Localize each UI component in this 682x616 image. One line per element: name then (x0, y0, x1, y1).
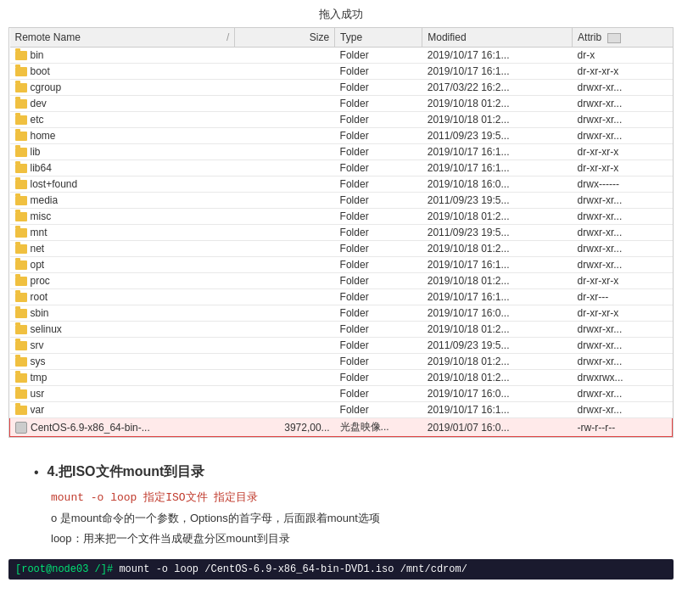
table-row[interactable]: procFolder2019/10/18 01:2...dr-xr-xr-x (10, 273, 673, 289)
row-type: Folder (335, 402, 422, 418)
folder-icon (15, 406, 27, 415)
row-size (235, 64, 335, 80)
row-type: Folder (335, 96, 422, 112)
row-name: usr (31, 388, 45, 400)
table-row[interactable]: devFolder2019/10/18 01:2...drwxr-xr... (10, 96, 673, 112)
row-name: net (31, 243, 45, 255)
column-header-name[interactable]: Remote Name / (10, 28, 235, 48)
scroll-icon (607, 33, 621, 43)
row-type: Folder (335, 273, 422, 289)
column-header-size[interactable]: Size (235, 28, 335, 48)
table-row[interactable]: mediaFolder2011/09/23 19:5...drwxr-xr... (10, 193, 673, 209)
row-type: Folder (335, 144, 422, 160)
row-attrib: drwxr-xr... (573, 241, 673, 257)
row-name: mnt (31, 227, 48, 238)
folder-icon (15, 325, 27, 334)
table-row[interactable]: homeFolder2011/09/23 19:5...drwxr-xr... (10, 128, 673, 144)
table-row[interactable]: rootFolder2019/10/17 16:1...dr-xr--- (10, 289, 673, 305)
row-type: Folder (335, 160, 422, 176)
table-row[interactable]: selinuxFolder2019/10/18 01:2...drwxr-xr.… (10, 322, 673, 338)
table-row[interactable]: netFolder2019/10/18 01:2...drwxr-xr... (10, 241, 673, 257)
row-modified: 2019/10/17 16:1... (422, 48, 573, 64)
file-table: Remote Name / Size Type Modified Attrib … (9, 28, 673, 437)
row-attrib: drwxr-xr... (573, 386, 673, 402)
row-name: home (31, 130, 56, 142)
row-size (235, 354, 335, 370)
row-type: Folder (335, 257, 422, 273)
row-type: 光盘映像... (335, 418, 422, 437)
row-attrib: drwxr-xr... (573, 112, 673, 128)
folder-icon (15, 115, 27, 125)
table-row[interactable]: lib64Folder2019/10/17 16:1...dr-xr-xr-x (10, 160, 673, 176)
row-size (235, 386, 335, 402)
row-name: var (31, 404, 45, 416)
folder-icon (15, 309, 27, 318)
table-row[interactable]: varFolder2019/10/17 16:1...drwxr-xr... (10, 402, 673, 418)
table-row[interactable]: bootFolder2019/10/17 16:1...dr-xr-xr-x (10, 64, 673, 80)
row-name: etc (31, 114, 44, 126)
row-name: lib64 (31, 162, 52, 174)
table-row[interactable]: sysFolder2019/10/18 01:2...drwxr-xr... (10, 354, 673, 370)
table-row[interactable]: srvFolder2011/09/23 19:5...drwxr-xr... (10, 338, 673, 354)
row-modified: 2019/10/18 01:2... (422, 209, 573, 225)
row-modified: 2019/10/17 16:1... (422, 289, 573, 305)
file-table-container: Remote Name / Size Type Modified Attrib … (8, 27, 674, 438)
table-row[interactable]: mntFolder2011/09/23 19:5...drwxr-xr... (10, 225, 673, 241)
row-attrib: dr-x (573, 48, 673, 64)
table-row[interactable]: miscFolder2019/10/18 01:2...drwxr-xr... (10, 209, 673, 225)
row-size (235, 322, 335, 338)
row-size (235, 225, 335, 241)
row-size (235, 176, 335, 193)
row-name: selinux (31, 323, 62, 335)
row-size (235, 370, 335, 386)
iso-icon (15, 422, 27, 434)
mount-code-line: mount -o loop 指定ISO文件 指定目录 (51, 490, 648, 505)
table-row[interactable]: tmpFolder2019/10/18 01:2...drwxrwx... (10, 370, 673, 386)
row-name: sys (31, 356, 46, 367)
row-type: Folder (335, 338, 422, 354)
row-type: Folder (335, 241, 422, 257)
folder-icon (15, 357, 27, 367)
row-size (235, 128, 335, 144)
table-row[interactable]: cgroupFolder2017/03/22 16:2...drwxr-xr..… (10, 80, 673, 96)
row-modified: 2019/10/17 16:1... (422, 257, 573, 273)
table-row[interactable]: lost+foundFolder2019/10/18 16:0...drwx--… (10, 176, 673, 193)
column-header-attrib[interactable]: Attrib (573, 28, 673, 48)
row-size (235, 305, 335, 322)
table-row-highlighted[interactable]: CentOS-6.9-x86_64-bin-...3972,00...光盘映像.… (10, 418, 673, 437)
bottom-section: • 4.把ISO文件mount到目录 mount -o loop 指定ISO文件… (0, 438, 682, 559)
row-attrib: dr-xr-xr-x (573, 160, 673, 176)
table-row[interactable]: optFolder2019/10/17 16:1...drwxr-xr... (10, 257, 673, 273)
row-type: Folder (335, 48, 422, 64)
folder-icon (15, 164, 27, 173)
folder-icon (15, 196, 27, 205)
table-row[interactable]: libFolder2019/10/17 16:1...dr-xr-xr-x (10, 144, 673, 160)
row-attrib: drwxr-xr... (573, 402, 673, 418)
row-type: Folder (335, 176, 422, 193)
table-row[interactable]: usrFolder2019/10/17 16:0...drwxr-xr... (10, 386, 673, 402)
bullet-icon: • (34, 465, 39, 480)
folder-icon (15, 228, 27, 238)
row-size (235, 193, 335, 209)
table-row[interactable]: binFolder2019/10/17 16:1...dr-x (10, 48, 673, 64)
row-modified: 2011/09/23 19:5... (422, 193, 573, 209)
folder-icon (15, 99, 27, 109)
table-row[interactable]: sbinFolder2019/10/17 16:0...dr-xr-xr-x (10, 305, 673, 322)
row-size (235, 112, 335, 128)
row-modified: 2019/10/18 01:2... (422, 241, 573, 257)
drag-success-message: 拖入成功 (0, 0, 682, 27)
row-type: Folder (335, 225, 422, 241)
row-size (235, 209, 335, 225)
terminal-prompt: [root@node03 /]# (15, 563, 113, 575)
folder-icon (15, 260, 27, 270)
row-modified: 2011/09/23 19:5... (422, 225, 573, 241)
table-row[interactable]: etcFolder2019/10/18 01:2...drwxr-xr... (10, 112, 673, 128)
row-size (235, 160, 335, 176)
row-attrib: drwxr-xr... (573, 257, 673, 273)
table-body: binFolder2019/10/17 16:1...dr-xbootFolde… (10, 48, 673, 437)
row-modified: 2019/10/17 16:0... (422, 305, 573, 322)
column-header-type[interactable]: Type (335, 28, 422, 48)
row-attrib: drwxr-xr... (573, 354, 673, 370)
column-header-modified[interactable]: Modified (422, 28, 573, 48)
row-name: cgroup (31, 81, 62, 93)
